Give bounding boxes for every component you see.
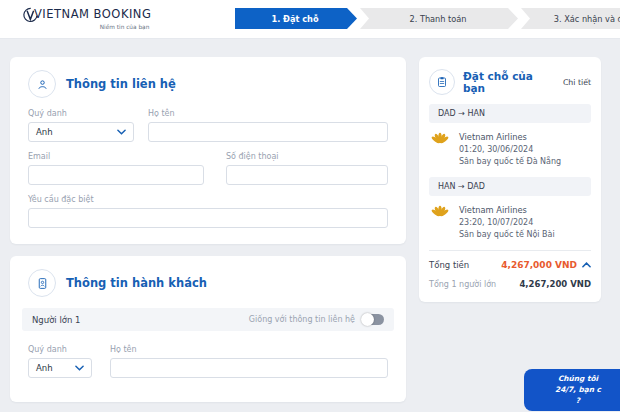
brand-name: VIETNAM BOOKING: [34, 9, 151, 21]
adult-label: Người lớn 1: [32, 315, 80, 325]
contact-email-input[interactable]: [28, 165, 204, 185]
route-bar-outbound: DAD → HAN: [429, 104, 591, 123]
support-chat-bubble[interactable]: Chúng tôi 24/7, bạn c ?: [524, 369, 620, 411]
total-label: Tổng tiền: [429, 260, 469, 270]
contact-title-value: Anh: [36, 127, 53, 137]
contact-phone-label: Số điện thoại: [226, 152, 388, 161]
step-confirmation[interactable]: 3. Xác nhận và đặt chỗ: [521, 8, 620, 29]
flight-outbound: Vietnam Airlines 01:20, 30/06/2024 Sân b…: [419, 132, 601, 166]
contact-info-card: Thông tin liên hệ Quý danh Anh Họ tên: [10, 57, 406, 244]
contact-name-label: Họ tên: [148, 109, 388, 118]
passenger-title-value: Anh: [36, 363, 53, 373]
contact-phone-input[interactable]: [226, 165, 388, 185]
booking-summary-card: Đặt chỗ của bạn Chi tiết DAD → HAN Vietn…: [419, 57, 601, 302]
booking-summary-title: Đặt chỗ của bạn: [463, 70, 555, 94]
subtotal-value: 4,267,200 VND: [519, 279, 591, 289]
chevron-up-icon[interactable]: [582, 262, 591, 268]
same-as-contact-toggle[interactable]: [362, 314, 384, 325]
chevron-down-icon: [117, 129, 126, 135]
contact-title-select[interactable]: Anh: [28, 122, 134, 142]
vietnam-airlines-lotus-icon: [429, 205, 451, 239]
contact-section-title: Thông tin liên hệ: [66, 77, 176, 91]
contact-title-label: Quý danh: [28, 109, 134, 118]
passenger-title-label: Quý danh: [28, 345, 92, 354]
flight-return: Vietnam Airlines 23:20, 10/07/2024 Sân b…: [419, 205, 601, 239]
chat-line: 24/7, bạn c: [532, 384, 620, 395]
clipboard-icon: [429, 69, 455, 95]
booking-summary-column: Đặt chỗ của bạn Chi tiết DAD → HAN Vietn…: [419, 57, 601, 302]
passenger-info-card: Thông tin hành khách Người lớn 1 Giống v…: [10, 256, 406, 402]
subtotal-row: Tổng 1 người lớn 4,267,200 VND: [419, 273, 601, 302]
contact-name-input[interactable]: [148, 122, 388, 142]
passenger-badge-icon: [28, 269, 56, 297]
progress-steps: 1. Đặt chỗ 2. Thanh toán 3. Xác nhận và …: [235, 8, 620, 29]
adult-passenger-bar: Người lớn 1 Giống với thông tin liên hệ: [22, 308, 394, 331]
step-booking[interactable]: 1. Đặt chỗ: [235, 8, 357, 29]
flight-datetime: 01:20, 30/06/2024: [459, 145, 561, 154]
flight-datetime: 23:20, 10/07/2024: [459, 218, 555, 227]
details-link[interactable]: Chi tiết: [563, 78, 591, 87]
flight-airport: Sân bay quốc tế Nội Bài: [459, 230, 555, 239]
passenger-section-title: Thông tin hành khách: [66, 276, 207, 290]
brand-tagline: Niềm tin của bạn: [100, 25, 150, 31]
vietnam-airlines-lotus-icon: [429, 132, 451, 166]
step-payment[interactable]: 2. Thanh toán: [360, 8, 518, 29]
airline-name: Vietnam Airlines: [459, 205, 555, 215]
subtotal-label: Tổng 1 người lớn: [429, 280, 496, 289]
contact-person-icon: [28, 70, 56, 98]
header: VIETNAM BOOKING Niềm tin của bạn 1. Đặt …: [0, 0, 620, 39]
vietnam-booking-logo[interactable]: VIETNAM BOOKING Niềm tin của bạn: [22, 7, 151, 31]
passenger-name-label: Họ tên: [110, 345, 388, 354]
total-value: 4,267,000 VND: [501, 260, 577, 270]
passenger-title-select[interactable]: Anh: [28, 358, 92, 378]
special-request-input[interactable]: [28, 208, 388, 228]
route-bar-return: HAN → DAD: [429, 177, 591, 196]
chat-line: Chúng tôi: [532, 373, 620, 384]
flight-airport: Sân bay quốc tế Đà Nẵng: [459, 157, 561, 166]
booking-page: { "header": { "logo": { "brand": "VIETNA…: [0, 0, 620, 412]
chevron-down-icon: [75, 365, 84, 371]
total-row: Tổng tiền 4,267,000 VND: [419, 251, 601, 273]
chat-line: ?: [532, 395, 620, 406]
contact-email-label: Email: [28, 152, 204, 161]
main-column: Thông tin liên hệ Quý danh Anh Họ tên: [10, 57, 406, 402]
airline-name: Vietnam Airlines: [459, 132, 561, 142]
same-as-contact-label: Giống với thông tin liên hệ: [249, 315, 355, 324]
passenger-name-input[interactable]: [110, 358, 388, 378]
special-request-label: Yêu cầu đặc biệt: [28, 195, 388, 204]
